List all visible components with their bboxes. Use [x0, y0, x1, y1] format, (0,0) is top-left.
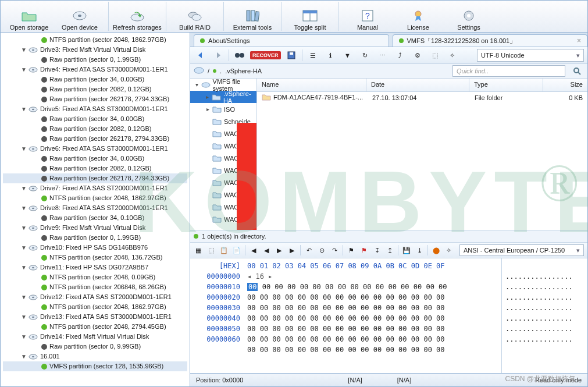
partition-node[interactable]: Raw partition (sector 34, 0.10GB) — [3, 213, 187, 223]
partition-node[interactable]: Raw partition (sector 2082, 0.12GB) — [3, 124, 187, 134]
hex-nav-icon[interactable]: ↷ — [330, 243, 339, 257]
partition-node[interactable]: Raw partition (sector 34, 0.00GB) — [3, 74, 187, 84]
expand-icon[interactable] — [32, 304, 39, 311]
partition-node[interactable]: Raw partition (sector 0, 1.99GB) — [3, 233, 187, 243]
expand-icon[interactable]: ▼ — [20, 244, 27, 251]
drive-node[interactable]: ▼Drive13: Fixed ATA SAS ST3000DM001-1ER1 — [3, 312, 187, 322]
manual-button[interactable]: ?Manual — [343, 2, 393, 31]
back-icon[interactable] — [194, 48, 208, 62]
expand-icon[interactable] — [204, 216, 211, 223]
hex-goto-icon[interactable]: ↧ — [372, 243, 382, 257]
expand-icon[interactable]: ▾ — [194, 81, 200, 88]
breadcrumb-segment[interactable]: .vSphere-HA — [225, 68, 262, 74]
hex-flag-icon[interactable]: ⚑ — [347, 243, 356, 257]
breadcrumb[interactable]: / . .vSphere-HA — [194, 66, 448, 76]
expand-icon[interactable]: ▼ — [20, 314, 27, 321]
storage-tree[interactable]: NTFS partition (sector 2048, 1862.97GB)▼… — [1, 33, 190, 386]
expand-icon[interactable] — [32, 343, 39, 350]
hex-wand-icon[interactable]: ✧ — [444, 243, 454, 257]
drive-node[interactable]: ▼Drive4: Fixed ATA SAS ST3000DM001-1ER1 — [3, 65, 187, 74]
expand-icon[interactable] — [32, 86, 39, 93]
forward-icon[interactable] — [211, 48, 225, 62]
vmfs-item[interactable]: ▸.vSphere-HA — [190, 91, 256, 103]
build-raid-button[interactable]: Build RAID — [170, 2, 224, 31]
hex-nav-icon[interactable]: ▶ — [275, 243, 284, 257]
options-icon[interactable]: ⋯ — [376, 48, 390, 62]
info-icon[interactable]: ℹ — [323, 48, 337, 62]
expand-icon[interactable] — [32, 235, 39, 242]
col-date[interactable]: Date — [366, 79, 469, 91]
external-tools-button[interactable]: External tools — [227, 2, 281, 31]
expand-icon[interactable]: ▼ — [20, 66, 27, 73]
paint-icon[interactable]: ⬚ — [428, 48, 442, 62]
expand-icon[interactable]: ▼ — [20, 333, 27, 340]
drive-node[interactable]: ▼Drive5: Fixed ATA SAS ST3000DM001-1ER1 — [3, 104, 187, 114]
expand-icon[interactable] — [204, 179, 211, 186]
expand-icon[interactable] — [32, 165, 39, 172]
hex-nav-icon[interactable]: ↶ — [304, 243, 313, 257]
hex-nav-icon[interactable]: ▶ — [287, 243, 297, 257]
expand-icon[interactable] — [32, 155, 39, 162]
partition-node[interactable]: Raw partition (sector 262178, 2794.33GB) — [3, 94, 187, 104]
partition-node[interactable]: Raw partition (sector 34, 0.00GB) — [3, 154, 187, 164]
hex-color-icon[interactable]: ⬤ — [432, 243, 441, 257]
expand-icon[interactable]: ▼ — [20, 294, 27, 301]
encoding-select[interactable]: UTF-8 Unicode — [477, 49, 584, 62]
partition-node[interactable]: NTFS partition (sector 2048, 1862.97GB) — [3, 193, 187, 203]
col-name[interactable]: Name — [257, 79, 366, 91]
hex-goto-icon[interactable]: ↥ — [385, 243, 394, 257]
partition-node[interactable]: Raw partition (sector 34, 0.00GB) — [3, 114, 187, 124]
partition-node[interactable]: Raw partition (sector 2082, 0.12GB) — [3, 84, 187, 94]
partition-node[interactable]: NTFS partition (sector 206848, 68.26GB) — [3, 282, 187, 292]
tab-vmfs[interactable]: VMFS「128-3221225280 on 16.001」× — [393, 34, 588, 47]
expand-icon[interactable] — [204, 143, 211, 150]
expand-icon[interactable] — [32, 324, 39, 331]
expand-icon[interactable] — [32, 37, 39, 44]
hex-nav-icon[interactable]: ⊙ — [317, 243, 326, 257]
expand-icon[interactable] — [32, 56, 39, 63]
hex-view[interactable]: [HEX]00000000000000100000002000000030000… — [190, 258, 587, 373]
expand-icon[interactable] — [32, 363, 39, 370]
drive-node[interactable]: ▼Drive7: Fixed ATA SAS ST2000DM001-1ER1 — [3, 183, 187, 193]
hex-nav-icon[interactable]: ◀ — [249, 243, 258, 257]
partition-node[interactable]: Raw partition (sector 262178, 2794.33GB) — [3, 173, 187, 183]
list-icon[interactable]: ☰ — [306, 48, 320, 62]
vmfs-root[interactable]: ▾ VMFS file system — [190, 79, 256, 91]
expand-icon[interactable]: ▸ — [204, 106, 211, 113]
hex-nav-icon[interactable]: ◀ — [262, 243, 271, 257]
save-icon[interactable] — [284, 48, 298, 62]
volume-node[interactable]: ▼16.001 — [3, 352, 187, 361]
file-list[interactable]: Name Date Type Size FDM-A1ACAE47-7919-4B… — [257, 79, 587, 230]
col-size[interactable]: Size — [543, 79, 587, 91]
open-storage-button[interactable]: Open storage — [4, 2, 55, 31]
expand-icon[interactable]: ▼ — [20, 264, 27, 271]
expand-icon[interactable]: ▼ — [20, 145, 27, 152]
drive-node[interactable]: ▼Drive6: Fixed ATA SAS ST3000DM001-1ER1 — [3, 144, 187, 154]
expand-icon[interactable] — [204, 204, 211, 211]
filter-icon[interactable]: ▼ — [341, 48, 355, 62]
expand-icon[interactable]: ▼ — [20, 47, 27, 54]
hex-save-icon[interactable]: ⤓ — [415, 243, 424, 257]
recover-button[interactable]: RECOVER — [250, 51, 281, 59]
partition-node[interactable]: Raw partition (sector 262178, 2794.33GB) — [3, 134, 187, 144]
gear-icon[interactable]: ⚙ — [411, 48, 425, 62]
wand-icon[interactable]: ✧ — [446, 48, 459, 62]
expand-icon[interactable] — [32, 284, 39, 291]
partition-node[interactable]: NTFS partition (sector 2048, 136.72GB) — [3, 253, 187, 262]
expand-icon[interactable] — [32, 96, 39, 103]
hex-encoding-select[interactable]: ANSI - Central European / CP-1250 — [459, 244, 584, 256]
col-type[interactable]: Type — [469, 79, 543, 91]
expand-icon[interactable] — [204, 155, 211, 162]
expand-icon[interactable]: ▼ — [20, 185, 27, 192]
refresh-icon[interactable]: ↻ — [358, 48, 372, 62]
hex-col-nav[interactable]: ◂ 16 ▸ — [247, 271, 498, 282]
expand-icon[interactable] — [32, 175, 39, 182]
search-icon[interactable] — [570, 64, 584, 78]
vmfs-tree[interactable]: ▾ VMFS file system ▸.vSphere-HA▸ISOSchne… — [190, 79, 257, 230]
tab-close-icon[interactable]: × — [577, 37, 581, 45]
toggle-split-button[interactable]: Toggle split — [285, 2, 339, 31]
drive-node[interactable]: ▼Drive8: Fixed ATA SAS ST2000DM001-1ER1 — [3, 203, 187, 213]
expand-icon[interactable] — [32, 254, 39, 261]
hex-save-icon[interactable]: 💾 — [402, 243, 411, 257]
expand-icon[interactable] — [32, 215, 39, 222]
